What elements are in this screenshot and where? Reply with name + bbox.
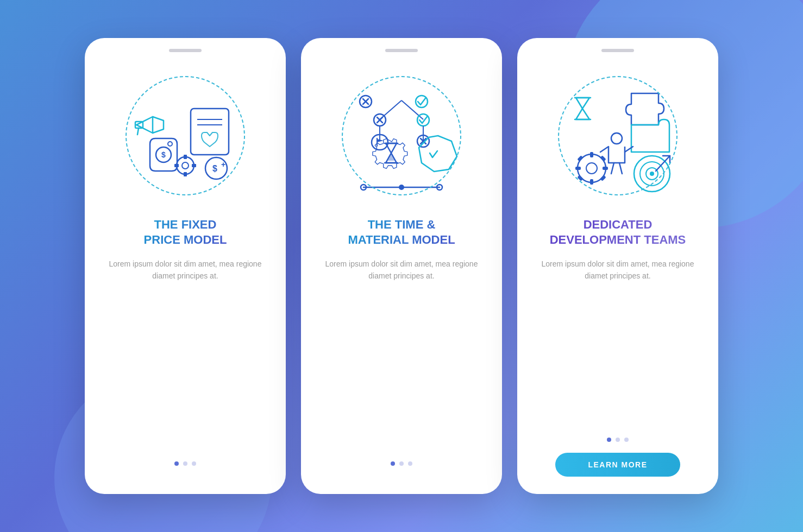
dot-2-2 [399,461,404,466]
dot-3-1 [607,438,611,442]
dot-1-1 [174,461,179,466]
card-dedicated-teams: DEDICATED DEVELOPMENT TEAMS Lorem ipsum … [517,38,718,494]
dashed-circle-2 [342,76,461,195]
illustration-time-material [331,65,472,206]
learn-more-button[interactable]: LEARN MORE [555,453,680,477]
cards-container: $ [85,38,718,494]
dots-1 [174,461,196,466]
dots-3 [607,438,629,442]
phone-notch-2 [385,49,418,52]
dot-1-2 [183,461,187,466]
card-description-3: Lorem ipsum dolor sit dim amet, mea regi… [532,258,703,282]
illustration-fixed-price: $ [115,65,256,206]
phone-notch-3 [601,49,634,52]
dots-2 [391,461,412,466]
card-time-material: THE TIME & MATERIAL MODEL Lorem ipsum do… [301,38,502,494]
card-description-1: Lorem ipsum dolor sit dim amet, mea regi… [100,258,271,282]
dot-2-3 [408,461,412,466]
dot-2-1 [391,461,395,466]
dot-3-2 [616,438,620,442]
phone-notch-1 [169,49,202,52]
dot-1-3 [192,461,196,466]
dashed-circle-1 [126,76,245,195]
card-title-3: DEDICATED DEVELOPMENT TEAMS [550,217,686,247]
card-title-2: THE TIME & MATERIAL MODEL [348,217,455,247]
dot-3-3 [624,438,629,442]
illustration-dedicated-teams [547,65,688,206]
card-title-1: THE FIXED PRICE MODEL [144,217,227,247]
card-description-2: Lorem ipsum dolor sit dim amet, mea regi… [316,258,487,282]
dashed-circle-3 [558,76,677,195]
card-fixed-price: $ [85,38,286,494]
